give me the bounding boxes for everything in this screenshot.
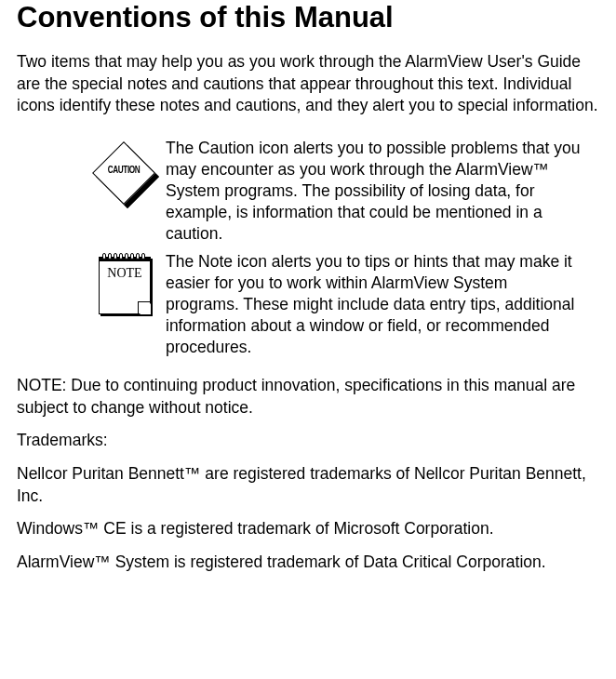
caution-icon-label: CAUTION bbox=[103, 165, 144, 175]
caution-description: The Caution icon alerts you to possible … bbox=[166, 138, 599, 245]
intro-paragraph: Two items that may help you as you work … bbox=[17, 51, 599, 117]
note-icon-label: NOTE bbox=[100, 266, 149, 281]
trademark-nellcor: Nellcor Puritan Bennett™ are registered … bbox=[17, 463, 599, 507]
note-section: NOTE The Note icon alerts you to tips or… bbox=[17, 251, 599, 358]
trademark-windows: Windows™ CE is a registered trademark of… bbox=[17, 518, 599, 540]
note-icon-col: NOTE bbox=[17, 251, 166, 318]
trademark-alarmview: AlarmView™ System is registered trademar… bbox=[17, 552, 599, 574]
caution-icon-col: CAUTION bbox=[17, 138, 166, 208]
caution-icon: CAUTION bbox=[94, 138, 154, 208]
page-title: Conventions of this Manual bbox=[17, 0, 599, 34]
note-icon: NOTE bbox=[95, 251, 153, 318]
note-description: The Note icon alerts you to tips or hint… bbox=[166, 251, 599, 358]
note-disclaimer: NOTE: Due to continuing product innovati… bbox=[17, 375, 599, 419]
trademarks-heading: Trademarks: bbox=[17, 430, 599, 452]
caution-section: CAUTION The Caution icon alerts you to p… bbox=[17, 138, 599, 245]
